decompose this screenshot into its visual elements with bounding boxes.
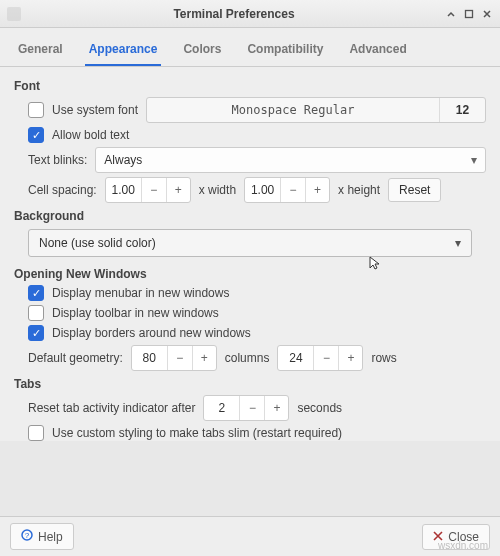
display-borders-label: Display borders around new windows (52, 326, 251, 340)
x-width-label: x width (199, 183, 236, 197)
tab-compatibility[interactable]: Compatibility (243, 36, 327, 66)
cell-height-spin[interactable]: 1.00 − + (244, 177, 330, 203)
minimize-icon[interactable] (444, 7, 458, 21)
background-combo[interactable]: None (use solid color) ▾ (28, 229, 472, 257)
tab-colors[interactable]: Colors (179, 36, 225, 66)
default-geometry-label: Default geometry: (28, 351, 123, 365)
close-icon[interactable] (480, 7, 494, 21)
svg-rect-0 (7, 7, 21, 21)
rows-label: rows (371, 351, 396, 365)
rows-spin[interactable]: 24 − + (277, 345, 363, 371)
cell-spacing-label: Cell spacing: (28, 183, 97, 197)
titlebar: Terminal Preferences (0, 0, 500, 28)
cell-height-value: 1.00 (245, 178, 281, 202)
watermark: wsxdn.com (438, 540, 488, 551)
tab-general[interactable]: General (14, 36, 67, 66)
rows-dec[interactable]: − (314, 346, 338, 370)
columns-inc[interactable]: + (192, 346, 216, 370)
chevron-down-icon: ▾ (471, 153, 477, 167)
cell-height-inc[interactable]: + (305, 178, 329, 202)
x-height-label: x height (338, 183, 380, 197)
reset-button[interactable]: Reset (388, 178, 441, 202)
window-title: Terminal Preferences (28, 7, 440, 21)
newwin-section-label: Opening New Windows (14, 267, 486, 281)
columns-label: columns (225, 351, 270, 365)
use-system-font-checkbox[interactable] (28, 102, 44, 118)
help-label: Help (38, 530, 63, 544)
display-menubar-checkbox[interactable] (28, 285, 44, 301)
cell-height-dec[interactable]: − (281, 178, 305, 202)
cell-width-spin[interactable]: 1.00 − + (105, 177, 191, 203)
slim-tabs-label: Use custom styling to make tabs slim (re… (52, 426, 342, 440)
tab-appearance[interactable]: Appearance (85, 36, 162, 66)
footer: ? Help Close (0, 516, 500, 556)
font-section-label: Font (14, 79, 486, 93)
allow-bold-label: Allow bold text (52, 128, 129, 142)
rows-inc[interactable]: + (338, 346, 362, 370)
display-menubar-label: Display menubar in new windows (52, 286, 229, 300)
reset-indicator-value: 2 (204, 396, 240, 420)
text-blinks-label: Text blinks: (28, 153, 87, 167)
slim-tabs-checkbox[interactable] (28, 425, 44, 441)
font-name: Monospace Regular (147, 103, 439, 117)
background-value: None (use solid color) (39, 236, 455, 250)
display-toolbar-checkbox[interactable] (28, 305, 44, 321)
font-size: 12 (439, 98, 485, 122)
allow-bold-checkbox[interactable] (28, 127, 44, 143)
seconds-label: seconds (297, 401, 342, 415)
reset-indicator-inc[interactable]: + (264, 396, 288, 420)
text-blinks-value: Always (104, 153, 471, 167)
rows-value: 24 (278, 346, 314, 370)
maximize-icon[interactable] (462, 7, 476, 21)
reset-indicator-spin[interactable]: 2 − + (203, 395, 289, 421)
chevron-down-icon: ▾ (455, 236, 461, 250)
panel: Font Use system font Monospace Regular 1… (0, 67, 500, 441)
reset-indicator-dec[interactable]: − (240, 396, 264, 420)
tab-advanced[interactable]: Advanced (345, 36, 410, 66)
background-section-label: Background (14, 209, 486, 223)
help-button[interactable]: ? Help (10, 523, 74, 550)
cursor-pointer-icon (366, 255, 382, 271)
svg-text:?: ? (25, 531, 30, 540)
cell-width-dec[interactable]: − (142, 178, 166, 202)
cell-width-value: 1.00 (106, 178, 142, 202)
cell-width-inc[interactable]: + (166, 178, 190, 202)
columns-dec[interactable]: − (168, 346, 192, 370)
text-blinks-combo[interactable]: Always ▾ (95, 147, 486, 173)
tabs-section-label: Tabs (14, 377, 486, 391)
help-icon: ? (21, 529, 33, 544)
columns-spin[interactable]: 80 − + (131, 345, 217, 371)
columns-value: 80 (132, 346, 168, 370)
app-icon (6, 6, 22, 22)
reset-indicator-label: Reset tab activity indicator after (28, 401, 195, 415)
tab-bar: General Appearance Colors Compatibility … (0, 28, 500, 67)
display-borders-checkbox[interactable] (28, 325, 44, 341)
use-system-font-label: Use system font (52, 103, 138, 117)
svg-rect-1 (466, 10, 473, 17)
display-toolbar-label: Display toolbar in new windows (52, 306, 219, 320)
font-chooser[interactable]: Monospace Regular 12 (146, 97, 486, 123)
